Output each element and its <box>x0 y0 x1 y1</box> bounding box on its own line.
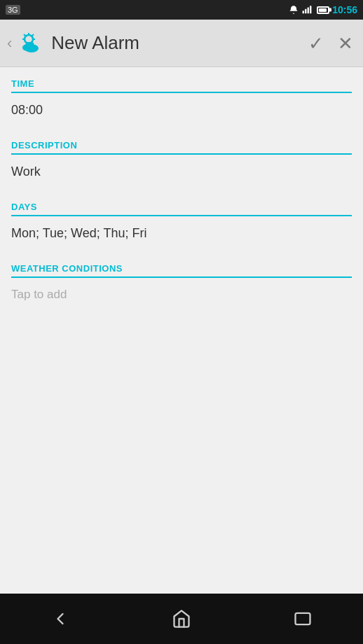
nav-bar <box>0 594 363 644</box>
nav-back-button[interactable] <box>34 603 87 634</box>
status-right: 10:56 <box>289 4 357 15</box>
status-time: 10:56 <box>332 4 357 15</box>
toolbar-actions: ✓ ✕ <box>306 31 356 55</box>
days-label: DAYS <box>0 190 363 215</box>
description-section: DESCRIPTION Work <box>0 129 363 190</box>
svg-rect-15 <box>295 613 310 624</box>
weather-section: WEATHER CONDITIONS Tap to add <box>0 252 363 313</box>
svg-rect-3 <box>310 6 311 13</box>
time-value[interactable]: 08:00 <box>0 93 363 129</box>
app-icon <box>15 28 46 59</box>
svg-point-14 <box>25 42 34 49</box>
nav-home-icon <box>172 609 191 629</box>
nav-home-button[interactable] <box>155 603 208 634</box>
svg-rect-0 <box>303 10 304 13</box>
weather-label: WEATHER CONDITIONS <box>0 252 363 276</box>
back-arrow[interactable]: ‹ <box>7 34 12 52</box>
description-label: DESCRIPTION <box>0 129 363 153</box>
days-value[interactable]: Mon; Tue; Wed; Thu; Fri <box>0 216 363 252</box>
nav-back-icon <box>50 609 70 629</box>
svg-rect-1 <box>305 9 306 13</box>
weather-placeholder[interactable]: Tap to add <box>0 278 363 313</box>
svg-line-11 <box>32 34 34 36</box>
battery-icon <box>317 6 329 14</box>
time-section: TIME 08:00 <box>0 67 363 129</box>
status-left: 3G <box>6 5 20 15</box>
description-value[interactable]: Work <box>0 155 363 190</box>
app-status-icon: 3G <box>6 5 20 15</box>
close-button[interactable]: ✕ <box>335 31 356 55</box>
days-section: DAYS Mon; Tue; Wed; Thu; Fri <box>0 190 363 252</box>
confirm-button[interactable]: ✓ <box>306 31 327 55</box>
status-bar: 3G 10:56 <box>0 0 363 20</box>
page-title: New Alarm <box>51 32 306 54</box>
svg-rect-2 <box>308 8 309 14</box>
toolbar: ‹ New Alarm ✓ ✕ <box>0 20 363 67</box>
signal-icon <box>301 5 313 15</box>
main-content: TIME 08:00 DESCRIPTION Work DAYS Mon; Tu… <box>0 67 363 594</box>
svg-line-9 <box>24 34 26 36</box>
nav-recents-icon <box>293 609 313 629</box>
time-label: TIME <box>0 67 363 92</box>
nav-recents-button[interactable] <box>276 603 329 634</box>
alarm-icon <box>289 5 299 15</box>
